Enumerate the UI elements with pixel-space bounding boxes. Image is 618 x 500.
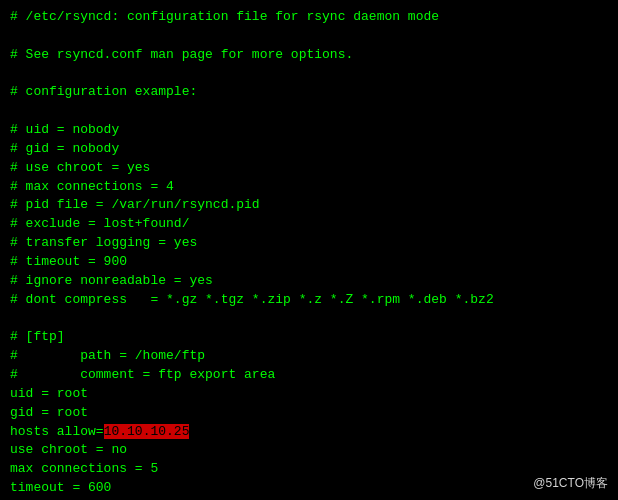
ip-address: 10.10.10.25 [104, 424, 190, 439]
line-12: # exclude = lost+found/ [10, 215, 608, 234]
line-20: # comment = ftp export area [10, 366, 608, 385]
line-8: # gid = nobody [10, 140, 608, 159]
line-2 [10, 27, 608, 46]
line-23-ip: hosts allow=10.10.10.25 [10, 423, 608, 442]
line-1: # /etc/rsyncd: configuration file for rs… [10, 8, 608, 27]
line-19: # path = /home/ftp [10, 347, 608, 366]
line-10: # max connections = 4 [10, 178, 608, 197]
line-7: # uid = nobody [10, 121, 608, 140]
line-11: # pid file = /var/run/rsyncd.pid [10, 196, 608, 215]
line-5: # configuration example: [10, 83, 608, 102]
line-21: uid = root [10, 385, 608, 404]
line-6 [10, 102, 608, 121]
line-14: # timeout = 900 [10, 253, 608, 272]
line-24: use chroot = no [10, 441, 608, 460]
line-3: # See rsyncd.conf man page for more opti… [10, 46, 608, 65]
watermark: @51CTO博客 [533, 475, 608, 492]
line-15: # ignore nonreadable = yes [10, 272, 608, 291]
hosts-allow-label: hosts allow= [10, 424, 104, 439]
line-22: gid = root [10, 404, 608, 423]
line-9: # use chroot = yes [10, 159, 608, 178]
line-17 [10, 310, 608, 329]
terminal-window: # /etc/rsyncd: configuration file for rs… [0, 0, 618, 500]
line-26: timeout = 600 [10, 479, 608, 498]
line-25: max connections = 5 [10, 460, 608, 479]
line-4 [10, 65, 608, 84]
line-13: # transfer logging = yes [10, 234, 608, 253]
line-16: # dont compress = *.gz *.tgz *.zip *.z *… [10, 291, 608, 310]
line-18: # [ftp] [10, 328, 608, 347]
